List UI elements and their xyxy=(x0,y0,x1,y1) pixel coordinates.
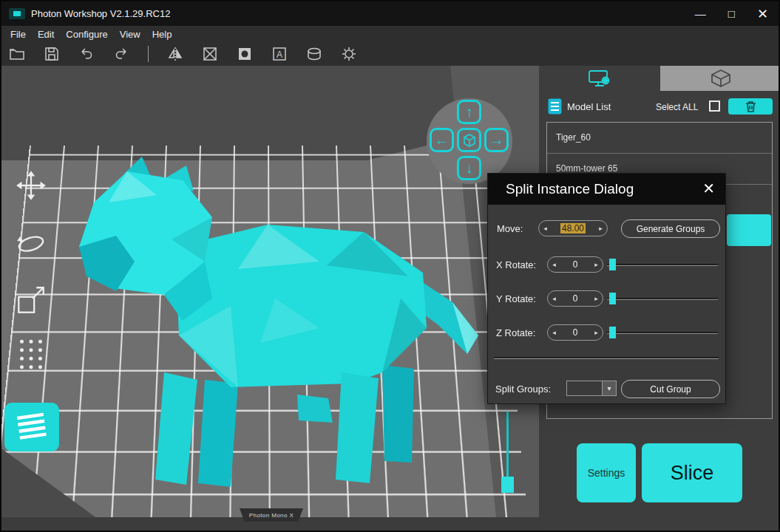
nav-right-button[interactable]: → xyxy=(484,128,509,152)
tab-print-settings[interactable] xyxy=(539,66,660,91)
dialog-close-button[interactable]: ✕ xyxy=(702,180,715,197)
settings-button[interactable]: Settings xyxy=(577,443,636,502)
spin-increment-icon[interactable]: ▸ xyxy=(594,225,607,232)
close-button[interactable]: ✕ xyxy=(757,6,768,22)
y-rotate-label: Y Rotate: xyxy=(496,293,536,304)
y-rotate-slider-handle[interactable] xyxy=(609,293,616,304)
y-rotate-spinner[interactable]: ◂ 0 ▸ xyxy=(547,290,603,307)
monitor-gear-icon xyxy=(588,69,611,88)
box-icon xyxy=(710,69,732,88)
menu-help[interactable]: Help xyxy=(146,29,178,40)
menu-configure[interactable]: Configure xyxy=(60,29,113,40)
spin-increment-icon[interactable]: ▸ xyxy=(590,261,603,268)
nav-up-button[interactable]: ↑ xyxy=(457,100,481,124)
x-rotate-value[interactable]: 0 xyxy=(560,259,590,270)
array-icon xyxy=(14,335,48,372)
cylinder-icon[interactable] xyxy=(306,46,322,62)
app-window: Photon Workshop V2.1.29.RC12 — □ ✕ File … xyxy=(0,0,780,532)
split-groups-label: Split Groups: xyxy=(495,383,551,395)
cut-group-button[interactable]: Cut Group xyxy=(621,380,720,398)
app-logo-icon xyxy=(9,8,25,19)
cube-icon xyxy=(462,133,477,148)
spin-increment-icon[interactable]: ▸ xyxy=(590,295,603,302)
delete-model-button[interactable] xyxy=(728,98,773,115)
z-rotate-label: Z Rotate: xyxy=(496,327,535,338)
z-rotate-value[interactable]: 0 xyxy=(560,327,590,338)
svg-text:A: A xyxy=(277,50,282,60)
split-groups-dropdown[interactable]: ▾ xyxy=(566,381,617,396)
model-tiger[interactable] xyxy=(53,151,497,520)
z-rotate-slider[interactable] xyxy=(607,332,718,334)
slice-view-button[interactable] xyxy=(4,403,59,451)
dropdown-arrow-icon[interactable]: ▾ xyxy=(602,381,616,395)
x-rotate-slider[interactable] xyxy=(607,264,718,266)
move-icon xyxy=(14,168,48,202)
spin-decrement-icon[interactable]: ◂ xyxy=(548,261,560,268)
menu-bar: File Edit Configure View Help xyxy=(1,26,779,42)
scale-icon xyxy=(14,283,48,317)
dropdown-value xyxy=(567,381,602,395)
spin-increment-icon[interactable]: ▸ xyxy=(590,329,603,336)
array-tool-button[interactable] xyxy=(13,336,49,372)
x-rotate-slider-handle[interactable] xyxy=(609,259,616,270)
open-file-icon[interactable] xyxy=(9,46,25,62)
nav-home-cube-button[interactable] xyxy=(457,128,481,152)
redo-icon[interactable] xyxy=(113,46,129,62)
y-rotate-value[interactable]: 0 xyxy=(560,293,590,304)
dialog-separator xyxy=(494,357,719,359)
generate-groups-button[interactable]: Generate Groups xyxy=(621,219,720,238)
model-row-action-button[interactable] xyxy=(727,214,771,246)
hollow-icon[interactable] xyxy=(202,46,218,62)
punch-hole-icon[interactable] xyxy=(237,46,253,62)
nav-left-button[interactable]: ← xyxy=(430,128,454,152)
clip-slider-handle[interactable] xyxy=(501,477,514,493)
select-all-label: Select ALL xyxy=(656,102,698,112)
maximize-button[interactable]: □ xyxy=(728,7,735,20)
spin-decrement-icon[interactable]: ◂ xyxy=(539,225,552,232)
menu-edit[interactable]: Edit xyxy=(32,29,60,40)
viewport-3d[interactable]: ↑ ← → ↓ xyxy=(1,66,539,532)
window-title: Photon Workshop V2.1.29.RC12 xyxy=(31,8,170,19)
z-rotate-slider-handle[interactable] xyxy=(609,327,616,338)
save-icon[interactable] xyxy=(44,46,60,62)
dialog-header[interactable]: Split Instance Dialog ✕ xyxy=(488,174,725,205)
y-rotate-slider[interactable] xyxy=(607,298,718,300)
title-bar: Photon Workshop V2.1.29.RC12 — □ ✕ xyxy=(1,1,779,26)
tab-slice-preview[interactable] xyxy=(660,66,780,91)
panel-tabs xyxy=(539,66,780,91)
rotate-icon xyxy=(14,225,48,259)
dialog-title: Split Instance Dialog xyxy=(488,181,634,197)
mirror-icon[interactable] xyxy=(167,46,183,62)
text-icon[interactable]: A xyxy=(271,46,288,62)
move-spinner[interactable]: ◂ 48.00 ▸ xyxy=(538,220,608,236)
minimize-button[interactable]: — xyxy=(695,7,706,20)
scale-tool-button[interactable] xyxy=(13,282,49,318)
layers-icon xyxy=(13,410,51,444)
move-value[interactable]: 48.00 xyxy=(560,223,586,233)
trash-icon xyxy=(745,100,756,112)
split-icon[interactable] xyxy=(341,46,357,62)
printer-name-tag: Photon Mono X xyxy=(240,508,303,522)
nav-down-button[interactable]: ↓ xyxy=(457,156,481,180)
toolbar: A xyxy=(1,42,779,66)
spin-decrement-icon[interactable]: ◂ xyxy=(548,329,560,336)
menu-view[interactable]: View xyxy=(114,29,146,40)
spin-decrement-icon[interactable]: ◂ xyxy=(548,295,560,302)
model-list-title: Model List xyxy=(567,101,611,112)
split-instance-dialog: Split Instance Dialog ✕ Move: ◂ 48.00 ▸ … xyxy=(487,173,726,404)
x-rotate-label: X Rotate: xyxy=(496,259,536,270)
move-tool-button[interactable] xyxy=(13,168,49,203)
move-label: Move: xyxy=(497,223,523,234)
model-list-icon xyxy=(548,98,562,115)
rotate-tool-button[interactable] xyxy=(13,225,49,260)
x-rotate-spinner[interactable]: ◂ 0 ▸ xyxy=(547,256,603,273)
model-list-row[interactable]: Tiger_60 xyxy=(547,123,772,154)
menu-file[interactable]: File xyxy=(4,29,32,40)
toolbar-separator xyxy=(148,46,149,62)
z-rotate-spinner[interactable]: ◂ 0 ▸ xyxy=(547,324,603,341)
select-all-checkbox[interactable] xyxy=(709,100,720,112)
undo-icon[interactable] xyxy=(78,46,95,62)
slice-button[interactable]: Slice xyxy=(642,443,742,502)
